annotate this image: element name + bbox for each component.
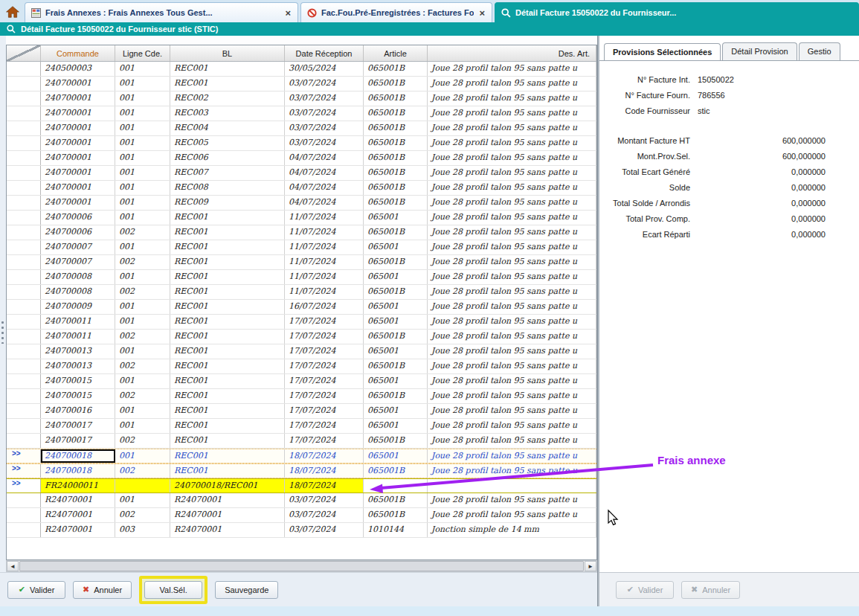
cell-des[interactable]: Joue 28 profil talon 95 sans patte u [428,374,596,388]
cell-d[interactable]: 03/07/2024 [285,493,364,507]
cell-a[interactable]: 065001B [364,285,428,299]
table-row[interactable]: 240700001001REC00904/07/2024065001BJoue … [7,196,596,211]
cell-c[interactable]: 240700007 [41,255,115,269]
row-selector[interactable] [7,92,41,106]
row-selector[interactable] [7,419,41,433]
cell-a[interactable]: 065001 [364,344,428,359]
cell-des[interactable]: Joue 28 profil talon 95 sans patte u [428,359,596,373]
cell-des[interactable]: Joue 28 profil talon 95 sans patte u [428,181,596,195]
row-selector[interactable] [7,508,41,522]
row-selector[interactable] [7,166,41,180]
row-selector[interactable] [7,359,41,373]
cell-des[interactable]: Joue 28 profil talon 95 sans patte u [428,240,596,254]
cell-c[interactable]: 240500003 [41,62,115,76]
row-selector[interactable] [7,389,41,403]
row-selector[interactable] [7,493,41,507]
annuler-button[interactable]: ✖ Annuler [73,581,132,599]
table-row[interactable]: >>FR24000011240700018/REC00118/07/2024 [7,478,596,493]
table-row[interactable]: 240500003001REC00130/05/2024065001BJoue … [7,62,596,77]
cell-a[interactable]: 065001B [364,508,428,522]
cell-a[interactable]: 065001B [364,225,428,240]
close-icon[interactable]: × [478,8,486,18]
row-selector[interactable]: >> [7,464,41,478]
cell-l[interactable]: 001 [115,240,170,254]
cell-d[interactable]: 04/07/2024 [285,151,364,165]
home-button[interactable] [3,3,22,21]
cell-d[interactable]: 04/07/2024 [285,181,364,195]
table-row[interactable]: 240700001001REC00604/07/2024065001BJoue … [7,151,596,166]
cell-b[interactable]: REC001 [170,464,285,478]
cell-c[interactable]: 240700018 [41,464,115,478]
table-row[interactable]: 240700001001REC00103/07/2024065001BJoue … [7,77,596,92]
cell-l[interactable]: 001 [115,374,170,388]
scroll-right-arrow[interactable]: ► [585,561,596,571]
row-selector[interactable]: >> [7,449,41,463]
cell-a[interactable]: 065001B [364,136,428,150]
cell-a[interactable]: 065001B [364,255,428,269]
row-selector[interactable] [7,374,41,388]
cell-des[interactable]: Joue 28 profil talon 95 sans patte u [428,419,596,433]
val-sel-button[interactable]: Val.Sél. [144,581,202,599]
cell-c[interactable]: 240700015 [41,389,115,403]
cell-c[interactable]: 240700017 [41,434,115,448]
row-selector[interactable] [7,62,41,76]
table-row[interactable]: 240700006001REC00111/07/2024065001Joue 2… [7,211,596,225]
cell-l[interactable]: 001 [115,151,170,165]
cell-b[interactable]: REC006 [170,151,285,165]
cell-c[interactable]: 240700001 [41,151,115,165]
cell-l[interactable]: 001 [115,181,170,195]
cell-d[interactable]: 17/07/2024 [285,374,364,388]
cell-d[interactable]: 17/07/2024 [285,315,364,329]
cell-c[interactable]: 240700011 [41,330,115,344]
table-row[interactable]: 240700009001REC00116/07/2024065001Joue 2… [7,300,596,315]
row-selector[interactable] [7,77,41,91]
column-header-d[interactable]: Date Réception [285,45,364,61]
provision-tab-2[interactable]: Gestio [799,42,840,60]
row-selector[interactable] [7,330,41,344]
cell-b[interactable]: REC004 [170,121,285,135]
cell-des[interactable]: Joue 28 profil talon 95 sans patte u [428,62,596,76]
cell-l[interactable]: 002 [115,255,170,269]
cell-b[interactable]: REC009 [170,196,285,210]
sauvegarde-button[interactable]: Sauvegarde [215,581,278,599]
cell-des[interactable]: Joue 28 profil talon 95 sans patte u [428,196,596,210]
cell-des[interactable]: Joue 28 profil talon 95 sans patte u [428,255,596,269]
cell-a[interactable]: 065001B [364,389,428,403]
scrollbar-thumb[interactable] [19,561,584,571]
table-row[interactable]: 240700013002REC00117/07/2024065001BJoue … [7,359,596,374]
cell-c[interactable]: 240700001 [41,77,115,91]
cell-l[interactable]: 001 [115,419,170,433]
table-row[interactable]: 240700015001REC00117/07/2024065001Joue 2… [7,374,596,389]
provision-tab-0[interactable]: Provisions Sélectionnées [604,43,721,61]
cell-d[interactable]: 11/07/2024 [285,255,364,269]
cell-c[interactable]: R24070001 [41,508,115,522]
valider-button[interactable]: ✔ Valider [7,581,65,599]
cell-des[interactable]: Joue 28 profil talon 95 sans patte u [428,211,596,225]
cell-l[interactable]: 003 [115,523,170,537]
cell-d[interactable]: 03/07/2024 [285,121,364,135]
cell-des[interactable]: Joue 28 profil talon 95 sans patte u [428,434,596,448]
table-row[interactable]: 240700001001REC00804/07/2024065001BJoue … [7,181,596,196]
cell-d[interactable]: 03/07/2024 [285,106,364,121]
cell-des[interactable]: Joue 28 profil talon 95 sans patte u [428,464,596,478]
cell-l[interactable]: 002 [115,434,170,448]
cell-b[interactable]: REC001 [170,419,285,433]
table-row[interactable]: 240700017001REC00117/07/2024065001Joue 2… [7,419,596,434]
cell-c[interactable]: 240700001 [41,136,115,150]
provision-tab-1[interactable]: Détail Provision [722,42,797,60]
cell-des[interactable]: Joue 28 profil talon 95 sans patte u [428,330,596,344]
table-row[interactable]: >>240700018002REC00118/07/2024065001BJou… [7,463,596,478]
table-row[interactable]: >>240700018001REC00118/07/2024065001Joue… [7,449,596,463]
cell-l[interactable]: 001 [115,404,170,418]
cell-l[interactable]: 001 [115,77,170,91]
tab-fac-fou-pre-enregistrees[interactable]: Fac.Fou.Pré-Enregistrées : Factures Four… [300,2,492,22]
cell-a[interactable]: 065001B [364,166,428,180]
cell-b[interactable]: REC005 [170,136,285,150]
cell-c[interactable]: 240700013 [41,359,115,373]
table-row[interactable]: 240700013001REC00117/07/2024065001Joue 2… [7,344,596,359]
horizontal-scrollbar[interactable]: ◄ ► [6,560,597,572]
cell-c[interactable]: 240700008 [41,285,115,299]
cell-des[interactable]: Joue 28 profil talon 95 sans patte u [428,493,596,507]
table-row[interactable]: 240700017002REC00117/07/2024065001BJoue … [7,434,596,449]
row-selector[interactable] [7,285,41,299]
